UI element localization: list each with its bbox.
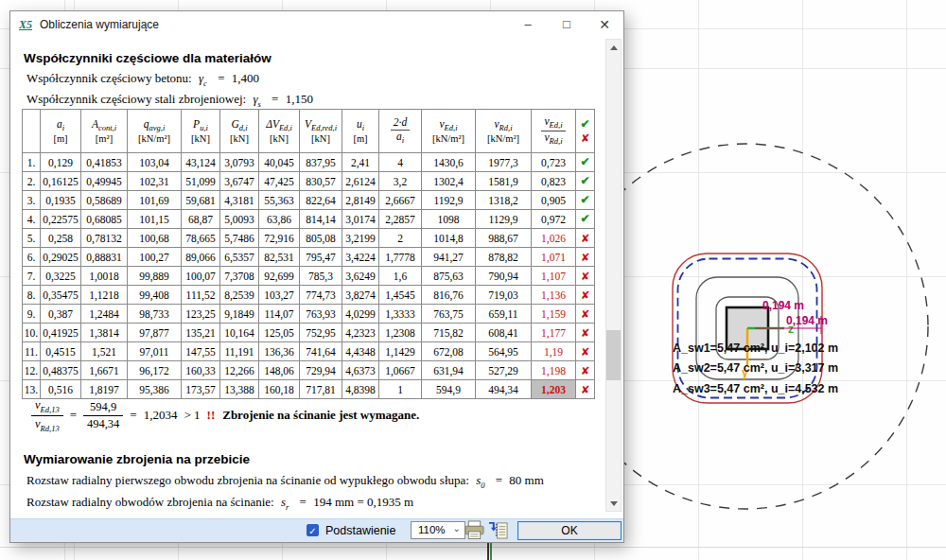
column-header: ai[m]	[41, 110, 81, 153]
conclusion-formula: vEd,13 vRd,13 = 594,9 494,34 = 1,2034 > …	[31, 398, 419, 432]
table-cell: 72,916	[259, 229, 300, 248]
maximize-button[interactable]: □	[552, 14, 581, 35]
table-cell: 111,52	[182, 286, 220, 305]
table-row: 12.0,483751,667196,172160,3312,266148,06…	[23, 361, 595, 380]
table-cell: 763,75	[422, 305, 476, 324]
table-cell: 2,41	[342, 153, 379, 172]
row-number: 1.	[23, 153, 41, 172]
table-cell: 878,82	[476, 248, 532, 267]
table-cell: 3,6747	[220, 172, 259, 191]
print-button[interactable]	[462, 519, 486, 541]
title-bar[interactable]: X5 Obliczenia wymiarujące – □ ✕	[10, 11, 623, 38]
table-cell: 1,7778	[379, 248, 422, 267]
table-cell: 3,0793	[220, 153, 259, 172]
table-cell: 1,2484	[81, 305, 128, 324]
table-cell: 875,63	[422, 267, 476, 286]
table-header-row: ai[m]Acont,i[m²]qavg,i[kN/m²]Pu,i[kN]Gd,…	[23, 110, 595, 153]
minimize-button[interactable]: –	[514, 14, 542, 35]
table-cell: 135,21	[182, 324, 220, 342]
table-cell: 147,55	[182, 342, 220, 361]
ok-button[interactable]: OK	[517, 521, 622, 540]
table-cell: 160,18	[259, 380, 300, 399]
table-cell: 0,1935	[41, 191, 81, 210]
close-button[interactable]: ✕	[590, 14, 619, 35]
export-report-button[interactable]	[486, 519, 511, 541]
warning-icon: !!	[207, 408, 216, 423]
substitution-checkbox-label[interactable]: Podstawienie	[325, 524, 395, 537]
asw-label-3: A_sw3=5,47 cm², u_i=4,532 m	[673, 382, 838, 395]
table-cell: 99,889	[128, 267, 182, 286]
table-cell: 8,2539	[220, 286, 259, 305]
table-cell: 1977,3	[476, 153, 532, 172]
export-report-icon	[488, 520, 510, 540]
column-header: Acont,i[m²]	[81, 110, 128, 153]
vertical-scrollbar[interactable]	[605, 39, 622, 512]
table-cell: 0,3225	[41, 267, 81, 286]
scroll-down-button[interactable]	[606, 496, 621, 511]
table-cell: 55,363	[259, 191, 300, 210]
dimension-label-2: 0,194 m	[786, 314, 828, 327]
table-cell: 0,258	[41, 229, 81, 248]
table-cell: 40,045	[259, 153, 300, 172]
table-cell: 822,64	[300, 191, 342, 210]
table-cell: 7,3708	[220, 267, 259, 286]
check-pass-icon: ✔	[576, 210, 595, 229]
table-cell: 1,521	[81, 342, 128, 361]
zoom-select[interactable]: 110% ⌄	[411, 521, 465, 539]
table-cell: 47,425	[259, 172, 300, 191]
table-cell: 564,95	[476, 342, 532, 361]
table-cell: 4,0299	[342, 305, 379, 324]
column-header: vEd,i[kN/m²]	[422, 110, 476, 153]
scrollbar-thumb[interactable]	[606, 330, 621, 380]
column-header: vEd,ivRd,i	[532, 110, 576, 153]
table-cell: 0,78132	[81, 229, 128, 248]
ratio-cell: 1,071	[532, 248, 576, 267]
ratio-cell: 0,905	[532, 191, 576, 210]
table-cell: 59,681	[182, 191, 220, 210]
table-cell: 103,27	[259, 286, 300, 305]
row-number: 11.	[23, 342, 41, 361]
table-cell: 5,0093	[220, 210, 259, 229]
table-cell: 2	[379, 229, 422, 248]
table-cell: 82,531	[259, 248, 300, 267]
table-cell: 941,27	[422, 248, 476, 267]
table-cell: 99,408	[128, 286, 182, 305]
table-cell: 3,6249	[342, 267, 379, 286]
table-row: 9.0,3871,248498,733123,259,1849114,07763…	[23, 305, 595, 324]
table-cell: 96,172	[128, 361, 182, 380]
table-cell: 1014,8	[422, 229, 476, 248]
column-header: ui[m]	[342, 110, 379, 153]
scroll-up-button[interactable]	[606, 40, 621, 55]
ratio-cell: 0,972	[532, 210, 576, 229]
table-cell: 0,49945	[81, 172, 128, 191]
table-cell: 0,41925	[41, 324, 81, 342]
table-cell: 0,35475	[41, 286, 81, 305]
table-cell: 717,81	[300, 380, 342, 399]
table-cell: 1318,2	[476, 191, 532, 210]
column-header: Gd,i[kN]	[220, 110, 259, 153]
table-cell: 1,1218	[81, 286, 128, 305]
table-cell: 1,0667	[379, 361, 422, 380]
table-cell: 814,14	[300, 210, 342, 229]
table-cell: 4	[379, 153, 422, 172]
table-cell: 4,2323	[342, 324, 379, 342]
table-cell: 0,516	[41, 380, 81, 399]
table-cell: 830,57	[300, 172, 342, 191]
table-cell: 5,7486	[220, 229, 259, 248]
table-cell: 12,266	[220, 361, 259, 380]
ratio-cell: 1,177	[532, 324, 576, 342]
table-cell: 0,48375	[41, 361, 81, 380]
materials-heading: Współczynniki częściowe dla materiałów	[24, 51, 272, 65]
table-cell: 1192,9	[422, 191, 476, 210]
substitution-checkbox[interactable]	[307, 524, 319, 536]
table-cell: 837,95	[300, 153, 342, 172]
row-number: 6.	[23, 248, 41, 267]
ratio-cell: 1,107	[532, 267, 576, 286]
table-cell: 1	[379, 380, 422, 399]
table-cell: 774,73	[300, 286, 342, 305]
table-cell: 0,4515	[41, 342, 81, 361]
column-header: qavg,i[kN/m²]	[128, 110, 182, 153]
table-cell: 4,4348	[342, 342, 379, 361]
cad-application-canvas: { "window": { "title": "Obliczenia wymia…	[0, 0, 946, 560]
table-cell: 608,41	[476, 324, 532, 342]
